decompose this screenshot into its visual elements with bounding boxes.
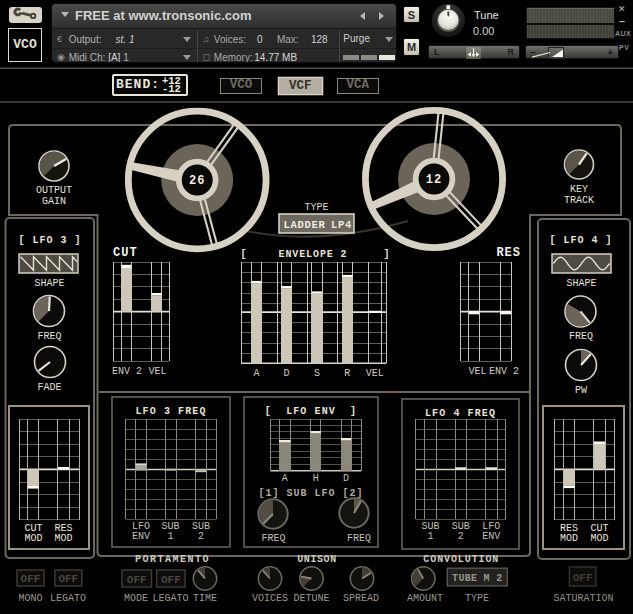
svg-text:[ LFO 4 ]: [ LFO 4 ] <box>549 235 612 246</box>
svg-text:OFF: OFF <box>127 574 147 586</box>
svg-text:LEGATO: LEGATO <box>50 593 86 604</box>
svg-text:1: 1 <box>168 531 174 542</box>
svg-text:TRACK: TRACK <box>564 195 594 206</box>
svg-text:ENV 2: ENV 2 <box>112 366 142 377</box>
svg-text:VEL: VEL <box>148 366 166 377</box>
svg-text:ENV: ENV <box>482 531 500 542</box>
svg-text:MOD: MOD <box>560 533 578 544</box>
svg-text:VEL: VEL <box>468 366 486 377</box>
svg-text:]: ] <box>383 249 389 260</box>
svg-text:UNISON: UNISON <box>297 554 337 565</box>
svg-text:D: D <box>284 368 290 379</box>
svg-text:A: A <box>253 368 259 379</box>
svg-text:OUTPUT: OUTPUT <box>36 185 72 196</box>
svg-text:[ LFO 3 ]: [ LFO 3 ] <box>18 235 81 246</box>
svg-text:VOICES: VOICES <box>252 593 288 604</box>
svg-text:TYPE: TYPE <box>465 593 489 604</box>
svg-text:SATURATION: SATURATION <box>553 593 613 604</box>
svg-text:PW: PW <box>575 385 587 396</box>
svg-text:LFO 3 FREQ: LFO 3 FREQ <box>135 406 206 417</box>
svg-text:MONO: MONO <box>18 593 42 604</box>
svg-text:TUBE M 2: TUBE M 2 <box>452 573 502 584</box>
svg-text:FADE: FADE <box>37 382 61 393</box>
svg-text:ENVELOPE 2: ENVELOPE 2 <box>278 249 347 260</box>
svg-text:LP4: LP4 <box>331 219 352 231</box>
svg-text:[ LFO ENV ]: [ LFO ENV ] <box>265 406 357 417</box>
svg-text:H: H <box>313 473 319 484</box>
svg-text:MOD: MOD <box>54 533 72 544</box>
svg-text:AMOUNT: AMOUNT <box>407 593 443 604</box>
svg-text:SPREAD: SPREAD <box>343 593 379 604</box>
svg-text:OFF: OFF <box>21 573 41 585</box>
svg-text:RES: RES <box>496 246 521 260</box>
svg-text:KEY: KEY <box>570 184 588 195</box>
svg-text:DETUNE: DETUNE <box>293 593 329 604</box>
svg-text:PORTAMENTO: PORTAMENTO <box>135 554 210 565</box>
svg-text:FREQ: FREQ <box>37 331 61 342</box>
svg-text:R: R <box>344 368 350 379</box>
svg-text:MOD: MOD <box>24 533 42 544</box>
svg-text:CUT: CUT <box>113 246 138 260</box>
svg-text:26: 26 <box>189 174 205 188</box>
svg-text:A: A <box>282 473 288 484</box>
svg-text:12: 12 <box>426 173 442 187</box>
svg-text:FREQ: FREQ <box>261 533 285 544</box>
svg-text:FREQ: FREQ <box>347 533 371 544</box>
svg-text:S: S <box>314 368 320 379</box>
svg-text:ENV 2: ENV 2 <box>489 366 519 377</box>
svg-text:FREQ: FREQ <box>569 331 593 342</box>
svg-text:ENV: ENV <box>132 531 150 542</box>
svg-text:SHAPE: SHAPE <box>34 278 64 289</box>
svg-text:2: 2 <box>198 531 204 542</box>
svg-text:[1] SUB LFO [2]: [1] SUB LFO [2] <box>258 488 363 499</box>
svg-text:LEGATO: LEGATO <box>152 593 188 604</box>
svg-text:OFF: OFF <box>161 574 181 586</box>
svg-text:SHAPE: SHAPE <box>566 278 596 289</box>
svg-text:2: 2 <box>458 531 464 542</box>
svg-text:OFF: OFF <box>58 573 78 585</box>
svg-text:LFO 4 FREQ: LFO 4 FREQ <box>425 408 496 419</box>
svg-text:MODE: MODE <box>124 593 148 604</box>
svg-text:OFF: OFF <box>573 572 593 584</box>
svg-text:D: D <box>343 473 349 484</box>
svg-text:[: [ <box>241 249 247 260</box>
svg-text:MOD: MOD <box>590 533 608 544</box>
svg-text:1: 1 <box>427 531 433 542</box>
svg-text:TYPE: TYPE <box>304 202 328 213</box>
svg-text:CONVOLUTION: CONVOLUTION <box>423 554 499 565</box>
svg-text:TIME: TIME <box>193 593 217 604</box>
svg-text:GAIN: GAIN <box>42 196 66 207</box>
svg-text:VEL: VEL <box>366 368 384 379</box>
svg-text:LADDER: LADDER <box>284 219 326 231</box>
